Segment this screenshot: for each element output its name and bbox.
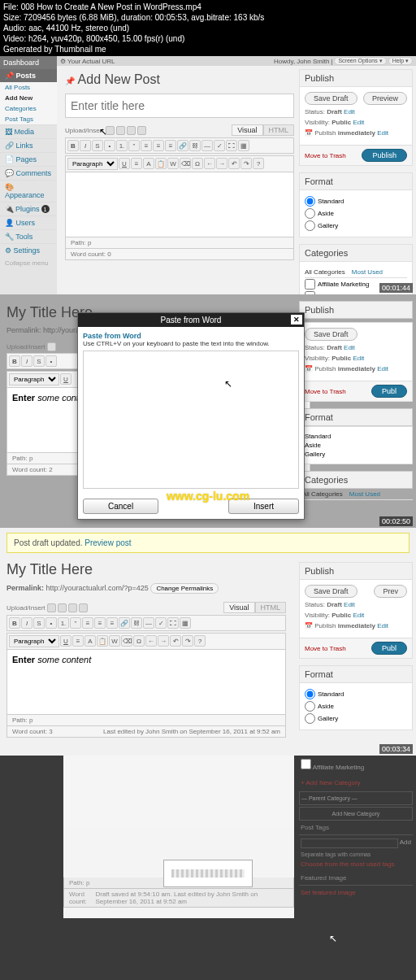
format-standard[interactable] [305, 196, 315, 207]
editor-content[interactable]: Enter some content [6, 650, 286, 715]
visual-tab[interactable]: Visual [223, 602, 254, 613]
bold-button[interactable]: B [9, 617, 20, 629]
ul-button[interactable]: • [46, 617, 57, 629]
clear-format-button[interactable]: ⌫ [180, 158, 191, 169]
sidebar-users[interactable]: 👤 Users [0, 216, 57, 229]
unlink-button[interactable]: ⛓ [131, 617, 142, 629]
ul-button[interactable]: • [104, 140, 115, 151]
spell-button[interactable]: ✓ [155, 617, 167, 629]
undo-button[interactable]: ↶ [170, 635, 181, 647]
paste-word-button[interactable]: W [109, 635, 120, 647]
char-button[interactable]: Ω [192, 158, 203, 169]
choose-tags-link[interactable]: Choose from the most used tags [301, 860, 395, 868]
cat-affiliate[interactable] [305, 279, 315, 290]
parent-category-select[interactable]: — Parent Category — [299, 791, 413, 805]
sidebar-posts[interactable]: 📌 Posts [0, 69, 57, 82]
publish-button[interactable]: Publish [362, 149, 407, 162]
edit-link[interactable]: Edit [344, 344, 355, 351]
editor-content[interactable] [65, 172, 294, 237]
most-used-tab[interactable]: Most Used [352, 268, 383, 276]
outdent-button[interactable]: ← [204, 158, 215, 169]
tag-input[interactable] [301, 838, 398, 848]
cat-check[interactable] [301, 759, 311, 769]
paste-word-button[interactable]: W [167, 158, 179, 169]
paste-text-button[interactable]: 📋 [155, 158, 167, 169]
preview-post-link[interactable]: Preview post [84, 538, 131, 547]
italic-button[interactable]: I [80, 140, 91, 151]
sidebar-comments[interactable]: 💬 Comments [0, 166, 57, 180]
html-tab[interactable]: HTML [255, 602, 287, 613]
more-button[interactable]: — [202, 140, 213, 151]
sidebar-add-new[interactable]: Add New [0, 93, 57, 103]
post-title-input[interactable] [65, 94, 294, 118]
align-right-button[interactable]: ≡ [106, 617, 118, 629]
format-standard[interactable] [305, 689, 315, 699]
fullscreen-button[interactable]: ⛶ [226, 140, 237, 151]
outdent-button[interactable]: ← [145, 635, 157, 647]
add-image-icon[interactable] [47, 603, 56, 612]
bold-button[interactable]: B [67, 140, 79, 151]
justify-button[interactable]: ≡ [72, 635, 84, 647]
screen-options[interactable]: Screen Options ▾ [334, 57, 386, 65]
edit-visibility[interactable]: Edit [353, 119, 364, 126]
link-button[interactable]: 🔗 [177, 140, 188, 151]
edit-link[interactable]: Edit [353, 612, 364, 619]
unlink-button[interactable]: ⛓ [189, 140, 201, 151]
save-draft-button[interactable]: Save Draft [305, 92, 358, 105]
format-aside[interactable] [305, 208, 315, 219]
sidebar-links[interactable]: 🔗 Links [0, 138, 57, 152]
edit-schedule[interactable]: Edit [377, 129, 388, 137]
paste-text-button[interactable]: 📋 [97, 635, 108, 647]
redo-button[interactable]: ↷ [240, 158, 252, 169]
sidebar-tools[interactable]: 🔧 Tools [0, 229, 57, 243]
align-center-button[interactable]: ≡ [153, 140, 164, 151]
bold-button[interactable]: B [9, 355, 20, 367]
format-aside[interactable] [305, 701, 315, 712]
edit-link[interactable]: Edit [344, 601, 355, 608]
site-url[interactable]: ⚙ Your Actual URL [60, 58, 115, 65]
format-gallery[interactable] [305, 220, 315, 231]
paragraph-select[interactable]: Paragraph [67, 158, 118, 170]
sidebar-categories[interactable]: Categories [0, 103, 57, 114]
preview-button[interactable]: Prev [374, 585, 407, 598]
strike-button[interactable]: S [92, 140, 103, 151]
fullscreen-button[interactable]: ⛶ [167, 617, 179, 629]
strike-button[interactable]: S [33, 355, 45, 367]
kitchen-sink-button[interactable]: ▦ [180, 617, 191, 629]
sidebar-plugins[interactable]: 🔌 Plugins1 [0, 202, 57, 216]
change-permalinks-button[interactable]: Change Permalinks [150, 583, 219, 594]
publish-button[interactable]: Publ [371, 642, 407, 655]
add-video-icon[interactable] [116, 126, 125, 135]
set-featured-image[interactable]: Set featured image [301, 889, 356, 896]
link-button[interactable]: 🔗 [119, 617, 130, 629]
add-media-icon[interactable] [137, 126, 146, 135]
sidebar-media[interactable]: 🖼 Media [0, 124, 57, 138]
sidebar-dashboard[interactable]: Dashboard [0, 56, 57, 69]
paragraph-select[interactable]: Paragraph [9, 373, 59, 385]
align-center-button[interactable]: ≡ [94, 617, 106, 629]
color-button[interactable]: A [84, 635, 96, 647]
edit-status[interactable]: Edit [344, 108, 355, 115]
edit-link[interactable]: Edit [353, 355, 364, 362]
help-button[interactable]: ? [253, 158, 264, 169]
publish-button[interactable]: Publ [371, 385, 407, 398]
close-icon[interactable]: ✕ [291, 315, 302, 324]
ol-button[interactable]: 1. [58, 617, 69, 629]
add-media-icon[interactable] [79, 603, 88, 612]
add-audio-icon[interactable] [68, 603, 77, 612]
howdy-user[interactable]: Howdy, John Smith [274, 58, 329, 65]
more-button[interactable]: — [143, 617, 154, 629]
format-gallery[interactable] [305, 713, 315, 724]
help-button[interactable]: ? [194, 635, 206, 647]
underline-button[interactable]: U [60, 635, 72, 647]
ul-button[interactable]: • [46, 355, 57, 367]
visual-tab[interactable]: Visual [232, 124, 262, 136]
help-tab[interactable]: Help ▾ [388, 57, 413, 65]
clear-format-button[interactable]: ⌫ [121, 635, 132, 647]
spell-button[interactable]: ✓ [214, 140, 225, 151]
sidebar-pages[interactable]: 📄 Pages [0, 152, 57, 166]
add-tag-button[interactable]: Add [400, 838, 411, 848]
indent-button[interactable]: → [158, 635, 169, 647]
align-left-button[interactable]: ≡ [141, 140, 152, 151]
color-button[interactable]: A [143, 158, 154, 169]
